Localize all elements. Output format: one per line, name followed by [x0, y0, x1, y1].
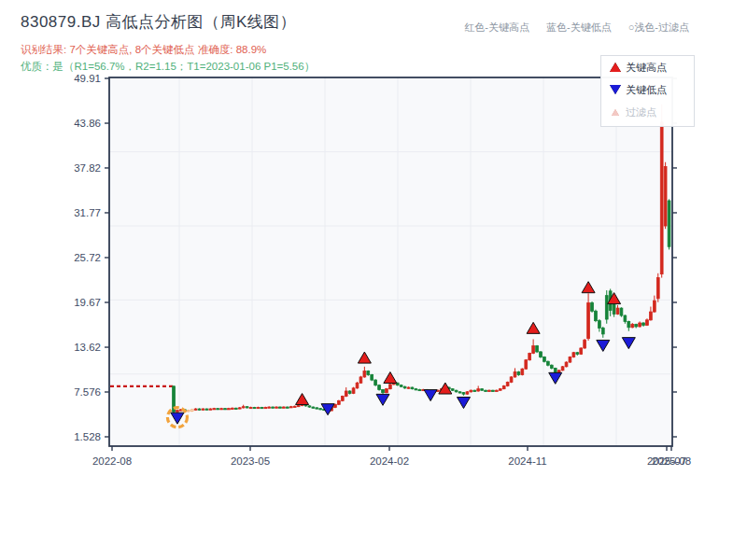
candle-body — [297, 405, 300, 406]
y-tick-label: 19.67 — [74, 297, 101, 308]
candle-body — [656, 278, 659, 299]
candle-body — [536, 346, 539, 352]
candle-body — [458, 392, 461, 393]
candle-body — [228, 409, 231, 410]
candle-body — [616, 308, 619, 314]
candle-body — [462, 393, 465, 395]
light-triangle-icon — [608, 109, 623, 116]
candle-body — [400, 385, 402, 387]
candle-body — [348, 391, 351, 393]
candle-body — [378, 385, 381, 390]
candle-body — [261, 407, 263, 408]
red-up-triangle-icon — [608, 63, 623, 72]
candle-body — [319, 409, 322, 410]
candle-body — [190, 410, 193, 412]
candle-body — [485, 390, 487, 391]
candle-body — [359, 377, 362, 383]
candle-body — [264, 407, 267, 408]
candle-body — [466, 392, 469, 394]
candle-body — [253, 407, 256, 408]
candle-body — [532, 346, 535, 354]
candle-body — [540, 352, 543, 357]
candle-body — [411, 387, 414, 389]
candle-body — [337, 400, 340, 404]
candle-body — [367, 371, 370, 375]
candle-body — [356, 383, 359, 388]
y-tick-label: 37.82 — [74, 162, 101, 174]
candle-body — [495, 390, 498, 391]
candle-body — [492, 390, 495, 391]
legend-label: 过滤点 — [626, 105, 656, 119]
candle-body — [605, 296, 608, 319]
candle-body — [308, 406, 311, 407]
candle-body — [627, 321, 630, 327]
candle-body — [642, 323, 645, 325]
candle-body — [598, 321, 600, 329]
legend-item-filtered: 过滤点 — [601, 101, 694, 123]
candle-body — [517, 371, 520, 374]
x-tick-label: 2023-05 — [231, 455, 270, 467]
candle-body — [510, 377, 513, 383]
candle-body — [584, 340, 586, 348]
candle-body — [275, 407, 278, 408]
candle-body — [279, 407, 282, 408]
candle-body — [382, 389, 385, 392]
candle-body — [345, 391, 347, 397]
candle-body — [202, 409, 204, 410]
legend-label: 关键高点 — [626, 61, 667, 75]
candle-body — [587, 303, 590, 339]
y-tick-label: 25.72 — [74, 252, 101, 263]
candle-body — [224, 409, 227, 410]
candle-body — [403, 386, 406, 388]
candle-body — [341, 397, 344, 401]
candle-body — [455, 390, 458, 392]
candle-body — [550, 365, 553, 368]
candle-body — [561, 367, 564, 371]
candle-body — [238, 408, 241, 409]
candle-body — [234, 408, 237, 409]
candle-body — [502, 385, 505, 388]
candle-body — [268, 407, 271, 408]
candle-body — [591, 303, 594, 312]
candle-body — [388, 385, 391, 389]
chart-legend: 关键高点 关键低点 过滤点 — [600, 55, 695, 127]
y-tick-label: 1.528 — [74, 431, 101, 442]
candle-body — [286, 407, 289, 408]
plot-area — [109, 77, 672, 446]
candle-body — [635, 325, 638, 327]
y-tick-label: 31.77 — [74, 207, 101, 218]
legend-item-key-low: 关键低点 — [601, 78, 694, 101]
legend-item-key-high: 关键高点 — [601, 56, 694, 78]
x-tick-label: 2022-08 — [92, 455, 132, 467]
candle-body — [668, 201, 670, 246]
candle-body — [499, 389, 501, 391]
candle-body — [194, 409, 197, 410]
candle-body — [653, 301, 655, 312]
candle-body — [352, 388, 355, 394]
candle-body — [521, 369, 524, 374]
candle-body — [572, 353, 575, 357]
candle-body — [481, 389, 484, 391]
candle-body — [650, 312, 653, 320]
candle-body — [213, 409, 216, 410]
candle-body — [312, 407, 315, 408]
candle-body — [316, 408, 318, 409]
candle-body — [529, 354, 531, 360]
kline-analysis-window: 830879.BJ 高低点分析图（周K线图） 识别结果: 7个关键高点, 8个关… — [0, 0, 747, 560]
candle-body — [363, 371, 366, 377]
candle-body — [664, 167, 667, 226]
candle-body — [569, 357, 571, 363]
candle-body — [525, 360, 528, 370]
candle-body — [371, 375, 374, 381]
candle-body — [198, 409, 201, 410]
candle-body — [242, 407, 245, 408]
candle-body — [257, 407, 260, 408]
candle-body — [231, 408, 233, 409]
candle-body — [205, 409, 208, 410]
candle-body — [283, 407, 286, 408]
candle-body — [576, 353, 579, 355]
candle-body — [580, 348, 583, 354]
candle-body — [451, 389, 454, 391]
candle-body — [646, 320, 649, 326]
candle-body — [407, 387, 410, 388]
